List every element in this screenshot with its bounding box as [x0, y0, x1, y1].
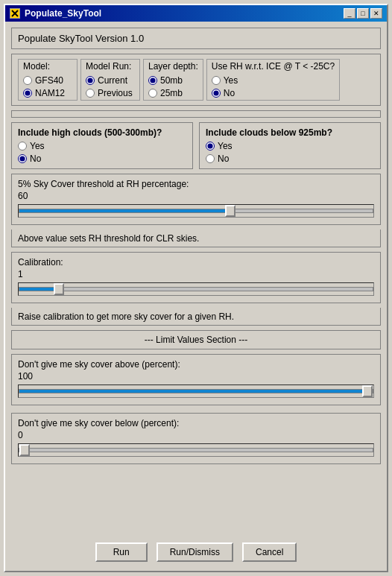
version-bar: Populate SkyTool Version 1.0 [11, 28, 381, 49]
window-icon [10, 8, 20, 19]
min-sky-slider[interactable] [18, 443, 374, 457]
run-button[interactable]: Run [95, 542, 148, 562]
minimize-button[interactable]: _ [344, 8, 355, 19]
high-clouds-title: Include high clouds (500-300mb)? [18, 127, 186, 138]
run-previous[interactable]: Previous [86, 88, 135, 98]
clouds-below-yes[interactable]: Yes [206, 141, 374, 151]
high-clouds-yes[interactable]: Yes [18, 141, 186, 151]
min-sky-title: Don't give me sky cover below (percent): [18, 418, 374, 428]
clouds-below-panel: Include clouds below 925mb? Yes No [199, 122, 381, 169]
calibration-panel: Calibration: 1 [11, 252, 381, 303]
calibration-note: Raise calibration to get more sky cover … [11, 308, 381, 326]
clouds-row: Include high clouds (500-300mb)? Yes No … [11, 122, 381, 169]
sky-cover-value: 60 [18, 191, 374, 201]
clouds-below-no[interactable]: No [206, 154, 374, 164]
model-panel: Model: GFS40 NAM12 Model Run: Current [11, 54, 381, 106]
cancel-button[interactable]: Cancel [242, 542, 297, 562]
max-sky-value: 100 [18, 371, 374, 382]
sky-cover-panel: 5% Sky Cover threshold at RH percentage:… [11, 174, 381, 225]
max-sky-slider[interactable] [18, 384, 374, 398]
title-text: Populate_SkyTool [25, 8, 101, 19]
spacer-1 [11, 110, 381, 118]
run-dismiss-button[interactable]: Run/Dismiss [157, 542, 233, 562]
min-sky-panel: Don't give me sky cover below (percent):… [11, 413, 381, 464]
model-label: Model: [23, 61, 72, 72]
sky-cover-title: 5% Sky Cover threshold at RH percentage: [18, 179, 374, 189]
depth-50mb[interactable]: 50mb [148, 75, 198, 86]
calibration-slider[interactable] [18, 282, 374, 296]
clouds-below-title: Include clouds below 925mb? [206, 127, 374, 138]
max-sky-title: Don't give me sky cover above (percent): [18, 359, 374, 370]
button-bar: Run Run/Dismiss Cancel [11, 537, 381, 565]
sky-cover-slider[interactable] [18, 204, 374, 218]
high-clouds-no[interactable]: No [18, 154, 186, 164]
model-gfs40[interactable]: GFS40 [23, 75, 72, 86]
close-button[interactable]: ✕ [370, 8, 382, 19]
layer-depth-group: Layer depth: 50mb 25mb [143, 59, 203, 101]
max-sky-panel: Don't give me sky cover above (percent):… [11, 354, 381, 405]
model-run-label: Model Run: [86, 61, 135, 72]
maximize-button[interactable]: □ [357, 8, 369, 19]
min-sky-value: 0 [18, 430, 374, 440]
depth-25mb[interactable]: 25mb [148, 88, 198, 98]
model-group: Model: GFS40 NAM12 [18, 59, 78, 101]
model-nam12[interactable]: NAM12 [23, 88, 72, 98]
calibration-title: Calibration: [18, 257, 374, 268]
model-run-group: Model Run: Current Previous [80, 59, 140, 101]
limit-section-divider: --- Limit Values Section --- [11, 330, 381, 349]
calibration-value: 1 [18, 269, 374, 279]
use-rh-group: Use RH w.r.t. ICE @ T < -25C? Yes No [206, 59, 340, 101]
layer-depth-label: Layer depth: [148, 61, 198, 72]
title-bar: Populate_SkyTool _ □ ✕ [5, 5, 387, 22]
version-text: Populate SkyTool Version 1.0 [18, 33, 144, 44]
sky-cover-note: Above value sets RH threshold for CLR sk… [11, 230, 381, 247]
run-current[interactable]: Current [86, 75, 135, 86]
rh-no[interactable]: No [212, 88, 335, 98]
use-rh-label: Use RH w.r.t. ICE @ T < -25C? [212, 61, 335, 72]
main-window: Populate_SkyTool _ □ ✕ Populate SkyTool … [4, 4, 388, 572]
high-clouds-panel: Include high clouds (500-300mb)? Yes No [11, 122, 193, 169]
rh-yes[interactable]: Yes [212, 75, 335, 86]
